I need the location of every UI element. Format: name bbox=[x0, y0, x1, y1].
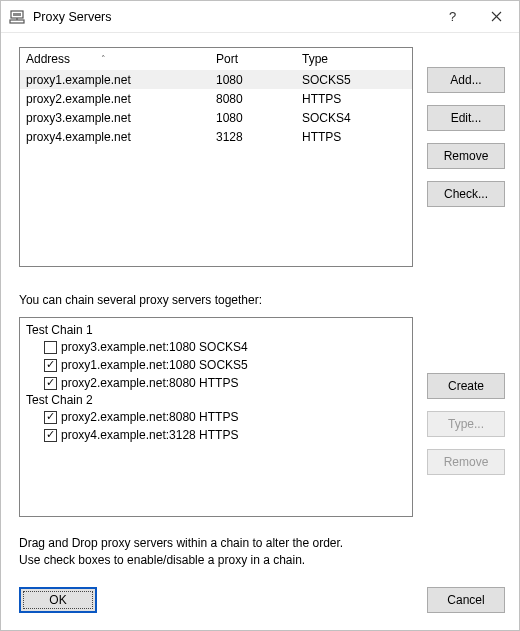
proxy-servers-dialog: Proxy Servers ? Address ˄ Port Type bbox=[0, 0, 520, 631]
table-buttons: Add... Edit... Remove Check... bbox=[427, 47, 505, 267]
remove-chain-button: Remove bbox=[427, 449, 505, 475]
cell-port: 1080 bbox=[210, 111, 296, 125]
add-button[interactable]: Add... bbox=[427, 67, 505, 93]
hint-line-2: Use check boxes to enable/disable a prox… bbox=[19, 552, 505, 569]
chain-item-label: proxy3.example.net:1080 SOCKS4 bbox=[61, 340, 248, 354]
cell-type: HTTPS bbox=[296, 92, 412, 106]
chain-list[interactable]: Test Chain 1proxy3.example.net:1080 SOCK… bbox=[19, 317, 413, 517]
table-row[interactable]: proxy3.example.net1080SOCKS4 bbox=[20, 108, 412, 127]
column-type[interactable]: Type bbox=[296, 49, 412, 69]
cell-type: HTTPS bbox=[296, 130, 412, 144]
remove-button[interactable]: Remove bbox=[427, 143, 505, 169]
chain-section-label: You can chain several proxy servers toge… bbox=[19, 293, 505, 307]
chain-item-checkbox[interactable] bbox=[44, 429, 57, 442]
svg-rect-2 bbox=[10, 20, 24, 23]
edit-button[interactable]: Edit... bbox=[427, 105, 505, 131]
close-button[interactable] bbox=[474, 1, 519, 32]
sort-indicator-icon: ˄ bbox=[101, 54, 106, 64]
cell-port: 3128 bbox=[210, 130, 296, 144]
check-button[interactable]: Check... bbox=[427, 181, 505, 207]
chain-group-label[interactable]: Test Chain 2 bbox=[26, 392, 406, 408]
create-chain-button[interactable]: Create bbox=[427, 373, 505, 399]
cell-port: 8080 bbox=[210, 92, 296, 106]
hint-text: Drag and Drop proxy servers within a cha… bbox=[19, 535, 505, 569]
titlebar: Proxy Servers ? bbox=[1, 1, 519, 33]
table-row[interactable]: proxy2.example.net8080HTTPS bbox=[20, 89, 412, 108]
chain-group-label[interactable]: Test Chain 1 bbox=[26, 322, 406, 338]
chain-item-checkbox[interactable] bbox=[44, 411, 57, 424]
chain-item[interactable]: proxy3.example.net:1080 SOCKS4 bbox=[26, 338, 406, 356]
chain-item-label: proxy2.example.net:8080 HTTPS bbox=[61, 376, 238, 390]
window-title: Proxy Servers bbox=[33, 10, 429, 24]
cancel-button[interactable]: Cancel bbox=[427, 587, 505, 613]
ok-button[interactable]: OK bbox=[19, 587, 97, 613]
cell-port: 1080 bbox=[210, 73, 296, 87]
chain-item-checkbox[interactable] bbox=[44, 341, 57, 354]
chain-item[interactable]: proxy2.example.net:8080 HTTPS bbox=[26, 374, 406, 392]
svg-rect-1 bbox=[13, 13, 21, 16]
proxy-table[interactable]: Address ˄ Port Type proxy1.example.net10… bbox=[19, 47, 413, 267]
column-port[interactable]: Port bbox=[210, 49, 296, 69]
cell-address: proxy3.example.net bbox=[20, 111, 210, 125]
table-row[interactable]: proxy1.example.net1080SOCKS5 bbox=[20, 70, 412, 89]
table-header[interactable]: Address ˄ Port Type bbox=[20, 48, 412, 70]
chain-item[interactable]: proxy2.example.net:8080 HTTPS bbox=[26, 408, 406, 426]
hint-line-1: Drag and Drop proxy servers within a cha… bbox=[19, 535, 505, 552]
chain-item[interactable]: proxy1.example.net:1080 SOCKS5 bbox=[26, 356, 406, 374]
chain-item-checkbox[interactable] bbox=[44, 377, 57, 390]
cell-address: proxy2.example.net bbox=[20, 92, 210, 106]
chain-item[interactable]: proxy4.example.net:3128 HTTPS bbox=[26, 426, 406, 444]
column-address[interactable]: Address ˄ bbox=[20, 49, 210, 69]
chain-item-checkbox[interactable] bbox=[44, 359, 57, 372]
svg-text:?: ? bbox=[449, 10, 456, 24]
chain-buttons: Create Type... Remove bbox=[427, 317, 505, 517]
cell-address: proxy4.example.net bbox=[20, 130, 210, 144]
chain-item-label: proxy1.example.net:1080 SOCKS5 bbox=[61, 358, 248, 372]
table-row[interactable]: proxy4.example.net3128HTTPS bbox=[20, 127, 412, 146]
cell-type: SOCKS5 bbox=[296, 73, 412, 87]
column-address-label: Address bbox=[26, 52, 70, 66]
cell-type: SOCKS4 bbox=[296, 111, 412, 125]
help-button[interactable]: ? bbox=[429, 1, 474, 32]
content-area: Address ˄ Port Type proxy1.example.net10… bbox=[1, 33, 519, 630]
chain-item-label: proxy2.example.net:8080 HTTPS bbox=[61, 410, 238, 424]
cell-address: proxy1.example.net bbox=[20, 73, 210, 87]
app-icon bbox=[9, 9, 25, 25]
chain-type-button: Type... bbox=[427, 411, 505, 437]
chain-item-label: proxy4.example.net:3128 HTTPS bbox=[61, 428, 238, 442]
dialog-footer: OK Cancel bbox=[19, 587, 505, 613]
